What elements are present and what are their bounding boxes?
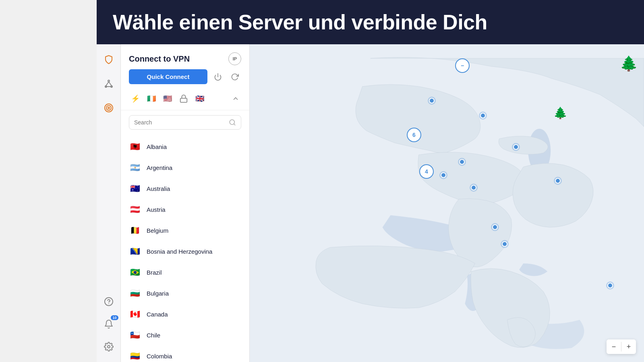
svg-line-15 — [234, 124, 235, 125]
list-item[interactable]: 🇨🇱 Chile — [121, 325, 249, 345]
tree-decoration-2: 🌲 — [553, 106, 567, 120]
country-name: Brazil — [147, 269, 162, 276]
usa-filter[interactable]: 🇺🇸 — [161, 92, 174, 105]
left-panel: Connect to VPN IP Quick Connect ⚡ 🇮🇪 🇺🇸 — [121, 44, 250, 362]
uk-filter[interactable]: 🇬🇧 — [193, 92, 206, 105]
notifications-icon[interactable]: 10 — [101, 317, 116, 331]
svg-point-8 — [108, 107, 110, 109]
country-name: Bulgaria — [147, 290, 169, 297]
power-button[interactable] — [211, 70, 224, 83]
refresh-button[interactable] — [228, 70, 241, 83]
lightning-filter[interactable]: ⚡ — [129, 92, 142, 105]
country-flag: 🇧🇷 — [129, 266, 141, 278]
country-name: Belgium — [147, 227, 168, 234]
map-dot-romania[interactable] — [441, 172, 446, 178]
svg-rect-13 — [180, 98, 187, 102]
header-title: Wähle einen Server und verbinde Dich — [113, 10, 487, 34]
country-flag: 🇨🇴 — [129, 350, 141, 362]
country-name: Canada — [147, 311, 168, 318]
shield-icon[interactable] — [101, 52, 116, 67]
map-cluster-6[interactable]: 6 — [407, 128, 421, 142]
panel-header: Connect to VPN IP — [121, 44, 249, 69]
map-dot-israel[interactable] — [492, 224, 498, 230]
search-input[interactable] — [134, 119, 226, 126]
list-item[interactable]: 🇧🇬 Bulgaria — [121, 283, 249, 304]
country-flag: 🇦🇺 — [129, 182, 141, 194]
world-map: 🌲 🌲 — [250, 44, 644, 362]
country-name: Argentina — [147, 164, 172, 171]
list-item[interactable]: 🇧🇷 Brazil — [121, 262, 249, 283]
list-item[interactable]: 🇧🇦 Bosnia and Herzegovina — [121, 241, 249, 262]
country-flag: 🇨🇦 — [129, 308, 141, 320]
svg-line-4 — [109, 82, 112, 86]
country-flag: 🇦🇷 — [129, 161, 141, 174]
country-flag: 🇧🇪 — [129, 224, 141, 236]
tree-decoration-1: 🌲 — [620, 55, 638, 72]
quick-connect-row: Quick Connect — [121, 69, 249, 89]
country-name: Colombia — [147, 353, 172, 360]
svg-point-11 — [108, 345, 110, 348]
header-banner: Wähle einen Server und verbinde Dich — [97, 0, 644, 44]
list-item[interactable]: 🇨🇦 Canada — [121, 304, 249, 325]
country-flag: 🇦🇱 — [129, 141, 141, 153]
map-dot-poland[interactable] — [429, 98, 435, 103]
settings-icon[interactable] — [101, 339, 116, 354]
ip-button[interactable]: IP — [228, 52, 241, 65]
network-icon[interactable] — [101, 77, 116, 91]
map-cluster-4[interactable]: 4 — [419, 164, 434, 179]
map-dot-georgia[interactable] — [513, 144, 519, 150]
search-icon — [229, 119, 236, 126]
svg-line-3 — [106, 82, 109, 86]
map-dot-ukraine[interactable] — [480, 113, 486, 118]
quick-connect-button[interactable]: Quick Connect — [129, 69, 207, 84]
zoom-plus-button[interactable]: + — [621, 339, 636, 354]
svg-point-7 — [106, 105, 111, 110]
map-dot-bulgaria[interactable] — [459, 159, 465, 165]
lock-filter[interactable] — [177, 92, 190, 105]
country-name: Bosnia and Herzegovina — [147, 248, 212, 255]
sidebar-bottom: 10 — [101, 294, 116, 362]
map-area: 🌲 🌲 − 6 4 − + — [250, 44, 644, 362]
country-flag: 🇦🇹 — [129, 203, 141, 215]
zoom-minus-button[interactable]: − — [607, 339, 621, 354]
country-name: Austria — [147, 206, 166, 213]
list-item[interactable]: 🇦🇺 Australia — [121, 178, 249, 199]
ireland-filter[interactable]: 🇮🇪 — [145, 92, 158, 105]
country-name: Albania — [147, 143, 167, 150]
help-icon[interactable] — [101, 294, 116, 309]
panel-title: Connect to VPN — [129, 54, 190, 64]
country-flag: 🇧🇦 — [129, 245, 141, 257]
notification-badge: 10 — [111, 315, 118, 320]
country-name: Australia — [147, 185, 170, 192]
map-dot-iraq[interactable] — [502, 241, 507, 247]
list-item[interactable]: 🇨🇴 Colombia — [121, 345, 249, 362]
list-item[interactable]: 🇦🇱 Albania — [121, 136, 249, 157]
country-flag: 🇧🇬 — [129, 287, 141, 299]
list-item[interactable]: 🇧🇪 Belgium — [121, 220, 249, 241]
list-item[interactable]: 🇦🇷 Argentina — [121, 157, 249, 178]
chevron-up-button[interactable] — [230, 93, 241, 104]
map-dot-kazakhstan[interactable] — [555, 178, 561, 184]
country-list: 🇦🇱 Albania 🇦🇷 Argentina 🇦🇺 Australia 🇦🇹 … — [121, 134, 249, 362]
filter-row: ⚡ 🇮🇪 🇺🇸 🇬🇧 — [121, 89, 249, 110]
target-icon[interactable] — [101, 101, 116, 115]
map-cluster-3[interactable]: − — [455, 58, 470, 73]
map-dot-turkey[interactable] — [471, 185, 476, 190]
country-flag: 🇨🇱 — [129, 329, 141, 341]
list-item[interactable]: 🇦🇹 Austria — [121, 199, 249, 220]
sidebar-nav: 10 — [97, 44, 121, 362]
country-name: Chile — [147, 332, 160, 339]
map-dot-uae[interactable] — [607, 283, 613, 288]
zoom-controls: − + — [607, 339, 636, 354]
search-box — [129, 115, 241, 130]
